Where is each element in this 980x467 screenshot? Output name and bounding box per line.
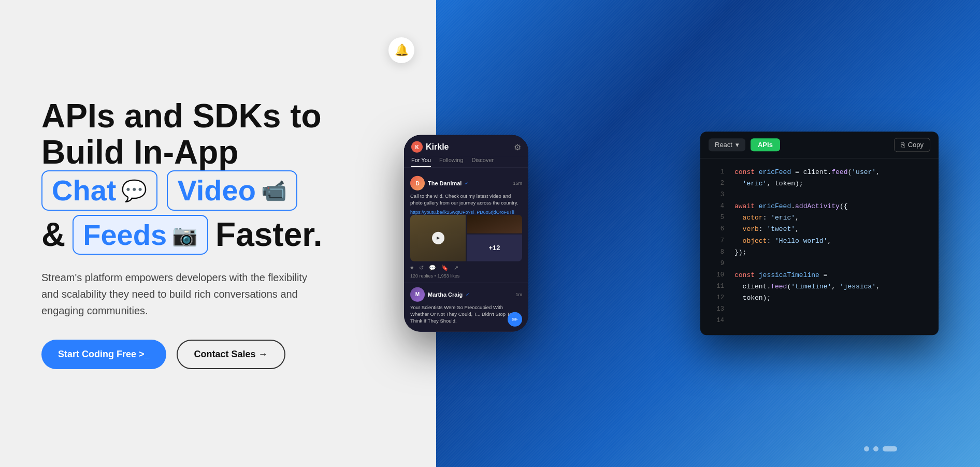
copy-button[interactable]: ⎘ Copy (894, 138, 930, 152)
post1-replies: 120 replies • 1,953 likes (410, 273, 522, 278)
post1-header: D The Danimal ✓ 15m (410, 176, 522, 191)
code-line-14: 14 (700, 316, 939, 327)
headline: APIs and SDKs to Build In-App Chat 💬 Vid… (41, 98, 363, 255)
post1-name: The Danimal (428, 180, 462, 186)
feeds-icon: 📷 (172, 224, 198, 246)
line-content-4: await ericFeed.addActivity({ (734, 201, 847, 213)
code-line-5: 5 actor: 'eric', (700, 213, 939, 224)
code-line-13: 13 (700, 304, 939, 315)
badge-chat-label: Chat (52, 174, 116, 207)
post1-verified-icon: ✓ (465, 181, 469, 186)
line-content-11: client.feed('timeline', 'jessica', (734, 281, 880, 293)
line-content-1: const ericFeed = client.feed('user', (734, 167, 880, 178)
line-num-5: 5 (709, 213, 724, 224)
react-tab[interactable]: React ▾ (709, 138, 745, 151)
line-content-9 (734, 258, 739, 270)
pagination-dot-2[interactable] (873, 446, 878, 451)
code-line-4: 4 await ericFeed.addActivity({ (700, 201, 939, 213)
comment-icon[interactable]: 💬 (429, 264, 436, 271)
tab-discover[interactable]: Discover (471, 157, 494, 167)
line-num-3: 3 (709, 190, 724, 201)
apis-tab[interactable]: APIs (751, 138, 780, 151)
headline-row2: & Feeds 📷 Faster. (41, 215, 363, 255)
retweet-icon[interactable]: ↺ (419, 264, 424, 271)
code-line-12: 12 token); (700, 293, 939, 304)
post1-text: Call to the wild. Check out my latest vi… (410, 193, 522, 207)
code-line-11: 11 client.feed('timeline', 'jessica', (700, 281, 939, 293)
badge-video-label: Video (177, 174, 255, 207)
right-visuals: 🔔 K Kirkle ⚙ For You Following Discover (363, 0, 939, 467)
line-content-8: }); (734, 247, 746, 258)
post1-images: ▶ +12 (410, 214, 522, 261)
post2-user: M Martha Craig ✓ (410, 287, 470, 301)
post1-actions: ♥ ↺ 💬 🔖 ↗ (410, 264, 522, 271)
line-content-3 (734, 190, 739, 201)
pagination-dot-3[interactable] (883, 446, 897, 451)
code-line-8: 8 }); (700, 247, 939, 258)
line-content-12: token); (734, 293, 771, 304)
line-num-14: 14 (709, 316, 724, 327)
left-content: APIs and SDKs to Build In-App Chat 💬 Vid… (41, 98, 363, 370)
line-num-9: 9 (709, 258, 724, 270)
bookmark-icon[interactable]: 🔖 (441, 264, 449, 271)
start-coding-button[interactable]: Start Coding Free >_ (41, 340, 166, 369)
headline-row-badges: Chat 💬 Video 📹 (41, 170, 363, 211)
line-content-6: verb: 'tweet', (734, 224, 799, 236)
code-line-1: 1 const ericFeed = client.feed('user', (700, 167, 939, 178)
post1-link[interactable]: https://youtu.be/ik25wqtUFo?si=PD6o5rjdO… (410, 209, 522, 214)
phone-mockup: K Kirkle ⚙ For You Following Discover D (404, 135, 528, 332)
post2-text: Your Scientists Were So Preoccupied With… (410, 303, 522, 324)
post1-img-1: ▶ (410, 214, 466, 261)
badge-video: Video 📹 (167, 170, 297, 211)
feed-post-1: D The Danimal ✓ 15m Call to the wild. Ch… (404, 172, 528, 283)
cta-row: Start Coding Free >_ Contact Sales → (41, 340, 363, 369)
code-line-6: 6 verb: 'tweet', (700, 224, 939, 236)
line-num-2: 2 (709, 178, 724, 189)
tab-for-you[interactable]: For You (411, 157, 431, 167)
code-line-7: 7 object: 'Hello world', (700, 236, 939, 247)
post1-img-more: +12 (467, 235, 522, 261)
tab-following[interactable]: Following (439, 157, 463, 167)
heart-icon[interactable]: ♥ (410, 265, 414, 271)
share-icon[interactable]: ↗ (454, 264, 458, 271)
code-line-10: 10 const jessicaTimeline = (700, 270, 939, 281)
code-body: 1 const ericFeed = client.feed('user', 2… (700, 158, 939, 335)
badge-feeds: Feeds 📷 (73, 215, 208, 255)
badge-feeds-label: Feeds (83, 219, 167, 251)
phone-logo-icon: K (411, 141, 423, 153)
line-num-8: 8 (709, 247, 724, 258)
line-content-14 (734, 316, 739, 327)
post2-verified-icon: ✓ (466, 291, 470, 297)
post2-name: Martha Craig (428, 291, 463, 297)
phone-gear-icon: ⚙ (514, 142, 521, 152)
hero-section: APIs and SDKs to Build In-App Chat 💬 Vid… (0, 0, 980, 467)
chevron-down-icon: ▾ (736, 141, 739, 149)
line-num-12: 12 (709, 293, 724, 304)
line-content-2: 'eric', token); (734, 178, 803, 189)
play-button[interactable]: ▶ (432, 231, 444, 244)
code-line-9: 9 (700, 258, 939, 270)
line-content-5: actor: 'eric', (734, 213, 799, 224)
code-panel: React ▾ APIs ⎘ Copy 1 const ericFeed = c… (700, 132, 939, 335)
post2-time: 1m (515, 291, 522, 297)
pagination-dots (864, 446, 897, 451)
video-icon: 📹 (261, 179, 287, 202)
phone-tabs: For You Following Discover (404, 157, 528, 168)
bell-icon: 🔔 (395, 43, 409, 57)
line-num-4: 4 (709, 201, 724, 213)
more-images-count: +12 (488, 244, 500, 252)
contact-sales-button[interactable]: Contact Sales → (177, 340, 285, 369)
line-content-10: const jessicaTimeline = (734, 270, 827, 281)
post1-user: D The Danimal ✓ (410, 176, 469, 191)
post1-time: 15m (513, 181, 522, 186)
subtitle: Stream's platform empowers developers wi… (41, 269, 311, 319)
copy-icon: ⎘ (901, 141, 905, 149)
line-content-7: object: 'Hello world', (734, 236, 831, 247)
phone-header: K Kirkle ⚙ (404, 135, 528, 157)
pagination-dot-1[interactable] (864, 446, 869, 451)
chat-icon: 💬 (121, 179, 147, 202)
ampersand: & (41, 216, 65, 253)
line-num-1: 1 (709, 167, 724, 178)
code-header: React ▾ APIs ⎘ Copy (700, 132, 939, 158)
line-num-7: 7 (709, 236, 724, 247)
